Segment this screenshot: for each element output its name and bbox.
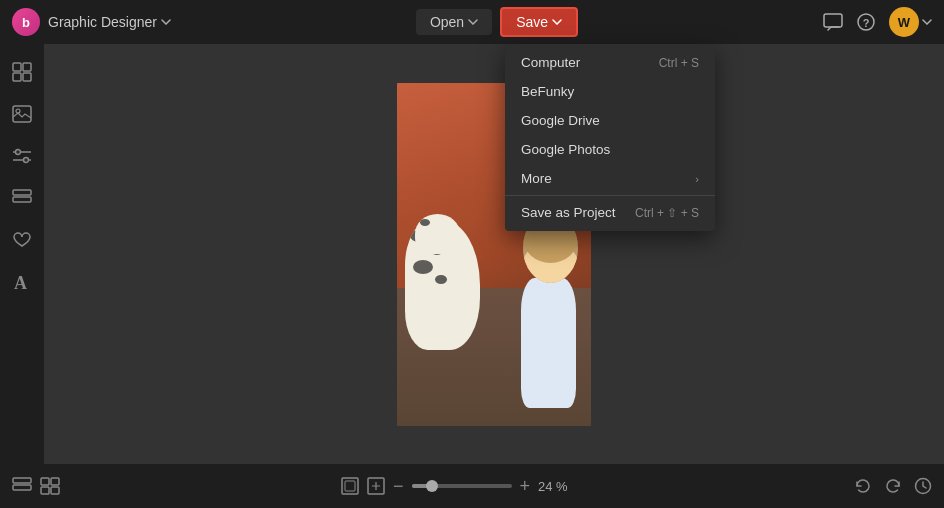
zoom-out-button[interactable]: −: [393, 477, 404, 495]
bottombar-right: [854, 477, 932, 495]
help-button[interactable]: ?: [857, 13, 875, 31]
sidebar-item-photos[interactable]: [4, 96, 40, 132]
menu-item-save-as-project[interactable]: Save as Project Ctrl + ⇧ + S: [505, 198, 715, 227]
heart-icon: [12, 231, 32, 249]
chat-button[interactable]: [823, 13, 843, 31]
user-avatar-wrapper[interactable]: W: [889, 7, 932, 37]
sidebar-item-templates[interactable]: [4, 54, 40, 90]
zoom-controls: − + 24 %: [393, 477, 573, 495]
svg-rect-22: [342, 478, 358, 494]
pages-toggle-button[interactable]: [40, 477, 60, 495]
svg-rect-6: [23, 73, 31, 81]
app-logo[interactable]: b: [12, 8, 40, 36]
help-icon: ?: [857, 13, 875, 31]
svg-rect-21: [51, 487, 59, 494]
text-icon: A: [14, 273, 30, 291]
svg-rect-20: [41, 487, 49, 494]
svg-rect-17: [13, 485, 31, 490]
zoom-slider-track[interactable]: [412, 484, 512, 488]
svg-rect-5: [13, 73, 21, 81]
svg-rect-0: [824, 14, 842, 27]
menu-item-google-photos[interactable]: Google Photos: [505, 135, 715, 164]
sidebar-item-favorites[interactable]: [4, 222, 40, 258]
save-chevron-icon: [552, 19, 562, 25]
menu-divider: [505, 195, 715, 196]
svg-text:?: ?: [863, 17, 870, 29]
svg-rect-4: [23, 63, 31, 71]
user-avatar[interactable]: W: [889, 7, 919, 37]
history-button[interactable]: [914, 477, 932, 495]
undo-button[interactable]: [854, 477, 872, 495]
canvas-area: [44, 44, 944, 464]
layers-bottom-icon: [12, 477, 32, 495]
zoom-value-label: 24 %: [538, 479, 573, 494]
more-chevron-icon: ›: [695, 173, 699, 185]
redo-button[interactable]: [884, 477, 902, 495]
menu-item-google-drive[interactable]: Google Drive: [505, 106, 715, 135]
title-chevron-icon: [161, 19, 171, 25]
sidebar-item-layers[interactable]: [4, 180, 40, 216]
bottombar-left: [12, 477, 60, 495]
avatar-chevron-icon: [922, 19, 932, 25]
undo-icon: [854, 477, 872, 495]
zoom-slider-thumb[interactable]: [426, 480, 438, 492]
svg-rect-7: [13, 106, 31, 122]
bottombar-center: − + 24 %: [60, 477, 854, 495]
topbar: b Graphic Designer Open Save: [0, 0, 944, 44]
topbar-right: ? W: [823, 7, 932, 37]
svg-rect-3: [13, 63, 21, 71]
expand-button[interactable]: [367, 477, 385, 495]
menu-item-befunky[interactable]: BeFunky: [505, 77, 715, 106]
svg-text:A: A: [14, 273, 27, 291]
layers-icon: [12, 189, 32, 207]
menu-item-computer[interactable]: Computer Ctrl + S: [505, 48, 715, 77]
redo-icon: [884, 477, 902, 495]
svg-rect-23: [345, 481, 355, 491]
expand-icon: [367, 477, 385, 495]
history-icon: [914, 477, 932, 495]
svg-rect-19: [51, 478, 59, 485]
fit-screen-icon: [341, 477, 359, 495]
svg-rect-18: [41, 478, 49, 485]
menu-item-more[interactable]: More ›: [505, 164, 715, 193]
topbar-center: Open Save: [171, 7, 823, 37]
sidebar: A: [0, 44, 44, 464]
svg-point-12: [24, 158, 29, 163]
bottombar: − + 24 %: [0, 464, 944, 508]
dog-head: [415, 214, 460, 254]
svg-rect-13: [13, 190, 31, 195]
save-dropdown-menu: Computer Ctrl + S BeFunky Google Drive G…: [505, 44, 715, 231]
open-chevron-icon: [468, 19, 478, 25]
photos-icon: [12, 105, 32, 123]
svg-rect-14: [13, 197, 31, 202]
fit-to-screen-button[interactable]: [341, 477, 359, 495]
sidebar-item-text[interactable]: A: [4, 264, 40, 300]
pages-icon: [40, 477, 60, 495]
sidebar-item-adjustments[interactable]: [4, 138, 40, 174]
app-title[interactable]: Graphic Designer: [48, 14, 171, 30]
adjustments-icon: [12, 148, 32, 164]
save-button[interactable]: Save: [500, 7, 578, 37]
layers-toggle-button[interactable]: [12, 477, 32, 495]
svg-point-10: [16, 150, 21, 155]
chat-icon: [823, 13, 843, 31]
svg-rect-16: [13, 478, 31, 483]
templates-icon: [12, 62, 32, 82]
zoom-in-button[interactable]: +: [520, 477, 531, 495]
open-button[interactable]: Open: [416, 9, 492, 35]
